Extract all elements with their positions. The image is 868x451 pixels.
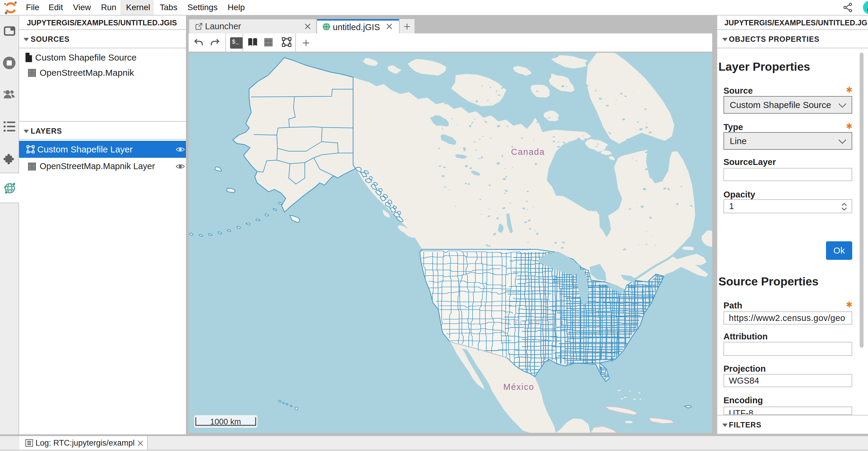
svg-text:México: México bbox=[503, 382, 534, 392]
svg-text:1000 km: 1000 km bbox=[210, 417, 241, 426]
svg-text:Canada: Canada bbox=[511, 147, 545, 157]
